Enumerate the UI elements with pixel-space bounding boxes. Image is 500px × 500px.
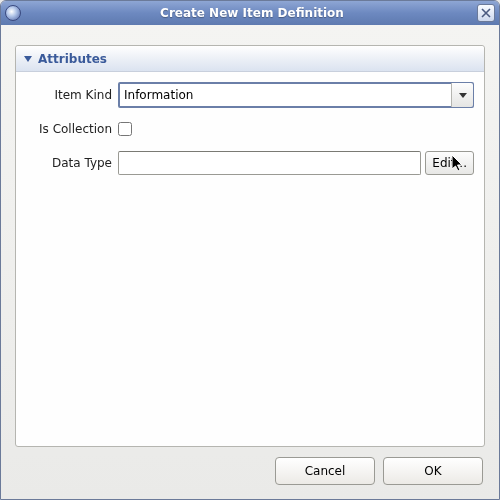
cancel-button[interactable]: Cancel bbox=[275, 457, 375, 485]
close-button[interactable] bbox=[477, 4, 495, 22]
label-is-collection: Is Collection bbox=[26, 122, 118, 136]
data-type-input[interactable] bbox=[118, 151, 421, 175]
item-kind-select-wrap: Information bbox=[118, 82, 474, 108]
close-icon bbox=[481, 8, 491, 18]
panel-header[interactable]: Attributes bbox=[16, 46, 484, 72]
label-item-kind: Item Kind bbox=[26, 88, 118, 102]
collapse-icon bbox=[24, 56, 32, 62]
dialog-content: Attributes Item Kind Information Is Coll… bbox=[1, 25, 499, 499]
row-is-collection: Is Collection bbox=[26, 116, 474, 142]
panel-title: Attributes bbox=[38, 52, 107, 66]
ok-button[interactable]: OK bbox=[383, 457, 483, 485]
edit-button[interactable]: Edit... bbox=[425, 151, 474, 175]
app-icon bbox=[5, 5, 21, 21]
item-kind-select[interactable]: Information bbox=[118, 82, 474, 108]
button-bar: Cancel OK bbox=[15, 447, 485, 489]
is-collection-checkbox[interactable] bbox=[118, 122, 132, 136]
panel-body: Item Kind Information Is Collection Data… bbox=[16, 72, 484, 194]
row-item-kind: Item Kind Information bbox=[26, 82, 474, 108]
window-title: Create New Item Definition bbox=[27, 6, 477, 20]
titlebar[interactable]: Create New Item Definition bbox=[1, 1, 499, 25]
dialog-window: Create New Item Definition Attributes It… bbox=[0, 0, 500, 500]
label-data-type: Data Type bbox=[26, 156, 118, 170]
row-data-type: Data Type Edit... bbox=[26, 150, 474, 176]
attributes-panel: Attributes Item Kind Information Is Coll… bbox=[15, 45, 485, 447]
